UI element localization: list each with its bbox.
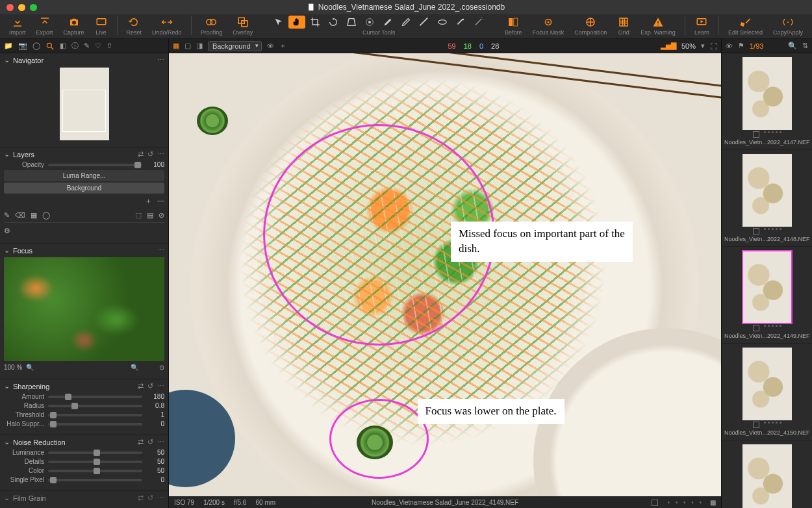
live-button[interactable]: Live bbox=[91, 16, 112, 36]
cursor-heal-tool[interactable] bbox=[452, 16, 469, 29]
cursor-crop-tool[interactable] bbox=[307, 16, 324, 29]
cursor-spot-tool[interactable] bbox=[361, 16, 378, 29]
navigator-disclose-icon[interactable]: ⌄ bbox=[4, 56, 10, 64]
single-pixel-slider[interactable] bbox=[48, 479, 142, 481]
exposure-warning-button[interactable]: Exp. Warning bbox=[637, 16, 679, 36]
filmstrip-item[interactable]: Noodles_Vietn...2022_4148.NEF bbox=[722, 154, 812, 247]
layer-visibility-icon[interactable]: 👁 bbox=[267, 42, 274, 50]
filmstrip-sort-icon[interactable]: ⇅ bbox=[802, 42, 808, 50]
filmstrip-item[interactable]: Noodles_Vietn...2022_4149.NEF bbox=[722, 251, 812, 344]
grain-reset-icon[interactable]: ↺ bbox=[147, 494, 153, 502]
filmstrip-thumbnail[interactable] bbox=[742, 444, 792, 508]
opacity-slider[interactable] bbox=[48, 164, 142, 166]
layer-settings-icon[interactable]: ⚙ bbox=[4, 227, 10, 235]
cursor-hand-tool[interactable] bbox=[288, 16, 305, 29]
copy-apply-button[interactable]: Copy/Apply bbox=[769, 16, 807, 36]
cursor-gradient-tool[interactable] bbox=[416, 16, 433, 29]
layer-radial-icon[interactable]: ◯ bbox=[42, 211, 50, 220]
learn-button[interactable]: Learn bbox=[691, 16, 713, 36]
cursor-keystone-tool[interactable] bbox=[343, 16, 360, 29]
layer-erase-icon[interactable]: ⌫ bbox=[15, 211, 25, 220]
layers-menu-icon[interactable]: ⋯ bbox=[157, 150, 164, 159]
navigator-thumbnail[interactable] bbox=[60, 68, 109, 140]
filmstrip-search-icon[interactable]: 🔍 bbox=[788, 42, 797, 50]
halo-slider[interactable] bbox=[48, 423, 142, 425]
cursor-radial-tool[interactable] bbox=[434, 16, 451, 29]
status-rating-dots[interactable]: • • • • • bbox=[667, 499, 704, 506]
export-button[interactable]: Export bbox=[32, 16, 57, 36]
layers-copy-icon[interactable]: ⇄ bbox=[138, 150, 144, 159]
threshold-slider[interactable] bbox=[48, 414, 142, 416]
layers-disclose-icon[interactable]: ⌄ bbox=[4, 150, 10, 159]
layer-fill-icon[interactable]: ▤ bbox=[147, 211, 153, 220]
color-slider[interactable] bbox=[48, 470, 142, 472]
layer-delete-icon[interactable]: — bbox=[157, 196, 164, 206]
focus-tab-icon[interactable] bbox=[45, 42, 55, 51]
layer-background[interactable]: Background bbox=[4, 183, 164, 194]
layer-clear-icon[interactable]: ⊘ bbox=[159, 211, 164, 220]
sharpening-copy-icon[interactable]: ⇄ bbox=[138, 382, 144, 390]
focus-zoom-out-icon[interactable]: 🔍 bbox=[26, 364, 34, 371]
fullscreen-window-icon[interactable] bbox=[30, 4, 37, 11]
filmstrip-rating[interactable] bbox=[722, 422, 812, 428]
filmstrip-rating[interactable] bbox=[722, 325, 812, 331]
view-single-icon[interactable]: ▢ bbox=[184, 42, 191, 50]
filmstrip-eye-icon[interactable]: 👁 bbox=[726, 42, 733, 50]
favorite-tab-icon[interactable]: ♡ bbox=[95, 42, 101, 50]
layer-dropdown[interactable]: Background bbox=[208, 41, 262, 51]
library-tab-icon[interactable]: 📁 bbox=[4, 42, 13, 50]
focus-pick-icon[interactable]: ⊙ bbox=[159, 364, 164, 371]
focus-preview[interactable] bbox=[4, 257, 164, 361]
focus-disclose-icon[interactable]: ⌄ bbox=[4, 246, 10, 255]
luma-range-button[interactable]: Luma Range... bbox=[4, 170, 164, 181]
zoom-fit-icon[interactable]: ⛶ bbox=[710, 42, 717, 50]
zoom-dropdown-icon[interactable]: ▾ bbox=[701, 42, 705, 50]
filmstrip-item[interactable]: Noodles_Vietn...2022_4150.NEF bbox=[722, 348, 812, 440]
image-canvas[interactable]: Missed focus on important part of the di… bbox=[169, 53, 721, 496]
filmstrip-flag-icon[interactable]: ⚑ bbox=[738, 42, 744, 50]
details-slider[interactable] bbox=[48, 461, 142, 463]
cursor-brush-tool[interactable] bbox=[379, 16, 396, 29]
navigator-menu-icon[interactable]: ⋯ bbox=[157, 56, 164, 64]
cursor-rotate-tool[interactable] bbox=[325, 16, 342, 29]
filmstrip-thumbnail[interactable] bbox=[742, 154, 792, 227]
layer-add-icon[interactable]: ＋ bbox=[279, 41, 286, 51]
reset-button[interactable]: Reset bbox=[123, 16, 146, 36]
edit-selected-button[interactable]: Edit Selected bbox=[724, 16, 767, 36]
cursor-magic-tool[interactable] bbox=[470, 16, 487, 29]
view-grid-icon[interactable]: ▦ bbox=[173, 42, 179, 50]
grain-disclose-icon[interactable]: ⌄ bbox=[4, 494, 10, 502]
noise-menu-icon[interactable]: ⋯ bbox=[157, 438, 164, 446]
layer-grad-icon[interactable]: ▦ bbox=[31, 211, 37, 220]
upload-tab-icon[interactable]: ⇧ bbox=[107, 42, 112, 50]
capture-tab-icon[interactable]: 📷 bbox=[18, 42, 27, 50]
focus-menu-icon[interactable]: ⋯ bbox=[157, 246, 164, 255]
filmstrip-thumbnail[interactable] bbox=[742, 57, 792, 130]
layer-brush-icon[interactable]: ✎ bbox=[4, 211, 10, 220]
luminance-slider[interactable] bbox=[48, 451, 142, 454]
info-tab-icon[interactable]: ⓘ bbox=[71, 41, 79, 51]
minimize-window-icon[interactable] bbox=[18, 4, 25, 11]
layer-add-icon[interactable]: ＋ bbox=[145, 196, 152, 206]
undo-redo-button[interactable]: Undo/Redo bbox=[148, 16, 186, 36]
filmstrip-rating[interactable] bbox=[722, 228, 812, 235]
capture-button[interactable]: Capture bbox=[60, 16, 88, 36]
status-variant-icon[interactable]: ▦ bbox=[710, 499, 716, 506]
filmstrip-rating[interactable] bbox=[722, 131, 812, 138]
grid-button[interactable]: Grid bbox=[613, 16, 634, 36]
noise-copy-icon[interactable]: ⇄ bbox=[138, 438, 144, 446]
sharpening-disclose-icon[interactable]: ⌄ bbox=[4, 382, 10, 390]
focus-zoom-in-icon[interactable]: 🔍 bbox=[131, 364, 138, 371]
noise-disclose-icon[interactable]: ⌄ bbox=[4, 438, 10, 446]
close-window-icon[interactable] bbox=[6, 4, 14, 11]
focus-mask-button[interactable]: Focus Mask bbox=[529, 16, 568, 36]
histogram-toggle-icon[interactable]: ▂▅▇ bbox=[661, 42, 676, 50]
view-split-icon[interactable]: ◨ bbox=[196, 42, 203, 50]
import-button[interactable]: Import bbox=[5, 16, 30, 36]
filmstrip-item[interactable]: Noodles_Vietn...2022_4147.NEF bbox=[722, 57, 812, 150]
radius-slider[interactable] bbox=[48, 405, 142, 407]
status-checkbox[interactable] bbox=[652, 500, 658, 506]
lens-tab-icon[interactable]: ◯ bbox=[32, 42, 40, 50]
grain-copy-icon[interactable]: ⇄ bbox=[138, 494, 144, 502]
filmstrip-thumbnail[interactable] bbox=[742, 251, 792, 324]
